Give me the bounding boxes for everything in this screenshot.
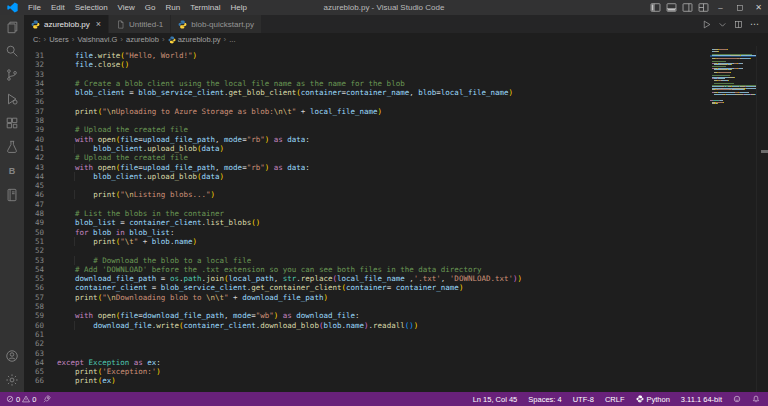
maximize-button[interactable] xyxy=(730,0,749,15)
code-line: 38 xyxy=(24,116,710,125)
code-text: blob_client.upload_blob(data) xyxy=(57,172,710,181)
breadcrumb-segment-c[interactable]: C: xyxy=(33,35,41,44)
status-bar: 0 0 Ln 15, Col 45Spaces: 4UTF-8CRLFPytho… xyxy=(0,392,768,406)
python-icon xyxy=(31,20,40,29)
menu-go[interactable]: Go xyxy=(140,0,161,15)
line-number: 34 xyxy=(24,79,57,88)
status-indentation[interactable]: Spaces: 4 xyxy=(528,395,561,404)
code-text xyxy=(57,181,710,190)
explorer-icon[interactable] xyxy=(0,15,24,39)
notebook-icon[interactable] xyxy=(0,183,24,207)
toggle-secondary-sidebar-icon[interactable] xyxy=(679,0,695,15)
extensions-icon[interactable] xyxy=(0,111,24,135)
status-label: CRLF xyxy=(605,395,625,404)
toggle-primary-sidebar-icon[interactable] xyxy=(647,0,663,15)
code-line: 60 download_file.write(container_client.… xyxy=(24,321,710,330)
minimize-button[interactable]: – xyxy=(711,0,730,15)
run-python-file-button[interactable] xyxy=(702,20,711,29)
customize-layout-icon[interactable] xyxy=(695,0,711,15)
menu-terminal[interactable]: Terminal xyxy=(185,0,225,15)
b-extension-icon[interactable]: B xyxy=(0,159,24,183)
code-text: print("\nDownloading blob to \n\t" + dow… xyxy=(57,293,710,302)
code-text xyxy=(57,349,710,358)
code-line: 37 print("\nUploading to Azure Storage a… xyxy=(24,107,710,116)
status-cursor-position[interactable]: Ln 15, Col 45 xyxy=(473,395,518,404)
line-number: 57 xyxy=(24,293,57,302)
code-text: # Upload the created file xyxy=(57,125,710,134)
code-editor[interactable]: 31 file.write("Hello, World!")32 file.cl… xyxy=(24,46,710,392)
breadcrumb-segment-users[interactable]: Users xyxy=(49,35,69,44)
code-line: 51 print("\t" + blob.name) xyxy=(24,237,710,246)
code-text: with open(file=upload_file_path, mode="r… xyxy=(57,135,710,144)
line-number: 41 xyxy=(24,144,57,153)
editor-scrollbar[interactable] xyxy=(756,46,768,392)
overview-ruler-marker xyxy=(761,150,768,153)
breadcrumb-segment-[interactable]: ... xyxy=(229,35,235,44)
code-line: 39 # Upload the created file xyxy=(24,125,710,134)
line-number: 37 xyxy=(24,107,57,116)
window-title: azureblob.py - Visual Studio Code xyxy=(324,3,445,12)
run-dropdown-button[interactable] xyxy=(718,20,727,29)
code-line: 46 print("\nListing blobs...") xyxy=(24,190,710,199)
code-line: 41 blob_client.upload_blob(data) xyxy=(24,144,710,153)
menu-view[interactable]: View xyxy=(113,0,140,15)
breadcrumb: C:›Users›Vaishnavi.G›azureblob›azureblob… xyxy=(24,33,768,46)
status-notifications[interactable] xyxy=(752,395,760,403)
title-bar: FileEditSelectionViewGoRunTerminalHelp a… xyxy=(0,0,768,15)
tab-untitled-1[interactable]: Untitled-1 xyxy=(109,15,171,33)
vscode-logo-icon xyxy=(5,2,20,13)
close-button[interactable]: ✕ xyxy=(749,0,768,15)
tab-close-icon[interactable]: × xyxy=(96,19,101,29)
line-number: 56 xyxy=(24,283,57,292)
menu-file[interactable]: File xyxy=(23,0,46,15)
breadcrumb-separator-icon: › xyxy=(224,35,227,44)
feedback-icon xyxy=(733,395,741,403)
problems-indicator[interactable]: 0 0 xyxy=(6,395,36,404)
split-editor-button[interactable] xyxy=(734,20,743,29)
code-line: 61 xyxy=(24,330,710,339)
python-mini-icon xyxy=(636,395,644,403)
more-actions-button[interactable]: ⋯ xyxy=(750,19,760,29)
breadcrumb-segment-azureblob-py[interactable]: azureblob.py xyxy=(168,35,221,44)
status-interpreter[interactable]: 3.11.1 64-bit xyxy=(681,395,722,404)
menu-run[interactable]: Run xyxy=(160,0,185,15)
vscode-window: FileEditSelectionViewGoRunTerminalHelp a… xyxy=(0,0,768,406)
line-number: 58 xyxy=(24,302,57,311)
run-and-debug-icon[interactable] xyxy=(0,87,24,111)
status-label: UTF-8 xyxy=(573,395,594,404)
code-text: # Download the blob to a local file xyxy=(57,256,710,265)
search-icon[interactable] xyxy=(0,39,24,63)
line-number: 62 xyxy=(24,339,57,348)
code-text xyxy=(57,302,710,311)
status-encoding[interactable]: UTF-8 xyxy=(573,395,594,404)
code-text: # List the blobs in the container xyxy=(57,209,710,218)
line-number: 61 xyxy=(24,330,57,339)
breadcrumb-segment-vaishnavi-g[interactable]: Vaishnavi.G xyxy=(77,35,117,44)
source-control-icon[interactable] xyxy=(0,63,24,87)
toggle-panel-icon[interactable] xyxy=(663,0,679,15)
rocket-icon[interactable] xyxy=(43,395,51,403)
status-eol[interactable]: CRLF xyxy=(605,395,625,404)
status-language-mode[interactable]: Python xyxy=(636,395,670,404)
menu-edit[interactable]: Edit xyxy=(46,0,70,15)
code-text: container_client = blob_service_client.g… xyxy=(57,283,710,292)
bell-icon xyxy=(752,395,760,403)
tab-label: azureblob.py xyxy=(44,20,90,29)
accounts-icon[interactable] xyxy=(0,344,24,368)
tab-azureblob-py[interactable]: azureblob.py× xyxy=(24,15,109,33)
code-line: 43 with open(file=upload_file_path, mode… xyxy=(24,163,710,172)
tab-label: Untitled-1 xyxy=(129,20,163,29)
status-feedback[interactable] xyxy=(733,395,741,403)
menu-help[interactable]: Help xyxy=(225,0,251,15)
tab-blob-quickstart-py[interactable]: blob-quickstart.py xyxy=(171,15,262,33)
line-number: 65 xyxy=(24,367,57,376)
breadcrumb-segment-azureblob[interactable]: azureblob xyxy=(126,35,159,44)
menu-selection[interactable]: Selection xyxy=(70,0,113,15)
titlebar-controls: –✕ xyxy=(647,0,768,15)
breadcrumb-label: ... xyxy=(229,35,235,44)
minimap[interactable] xyxy=(710,46,756,392)
minimap-line xyxy=(710,103,756,104)
manage-icon[interactable] xyxy=(0,368,24,392)
line-number: 32 xyxy=(24,60,57,69)
testing-icon[interactable] xyxy=(0,135,24,159)
